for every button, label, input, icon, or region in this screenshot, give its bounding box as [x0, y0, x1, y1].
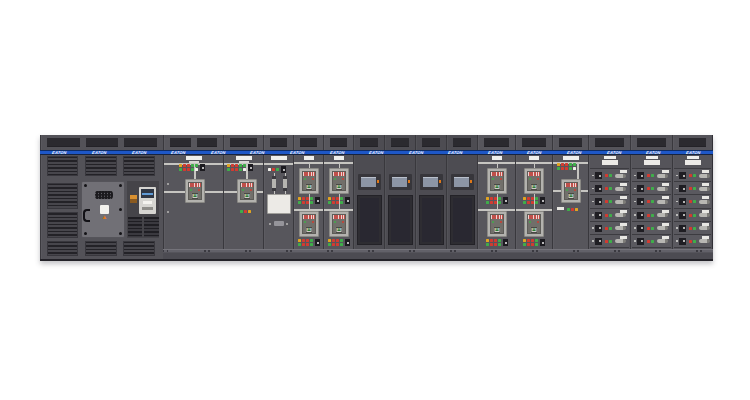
circuit-breaker: M: [561, 179, 581, 203]
control-switch: [200, 164, 205, 171]
status-led: [332, 197, 335, 200]
meter-screen: [141, 189, 154, 198]
status-led: [298, 201, 301, 204]
breaker-label: [491, 215, 503, 219]
unit-label: [662, 196, 669, 199]
unit-label: [702, 170, 709, 173]
unit-label: [620, 210, 627, 213]
vent-grille: [124, 138, 157, 147]
indicator-leds: [328, 239, 350, 246]
mimic-line: [224, 191, 237, 193]
unit-label: [702, 196, 709, 199]
vent-grille: [484, 138, 509, 147]
vent-grille: [422, 138, 440, 147]
meter-slot: [143, 201, 152, 204]
breaker-label: [303, 172, 315, 176]
breaker-emblem: M: [494, 184, 501, 190]
door-screw: [84, 232, 87, 235]
breaker-handle: [657, 226, 668, 230]
status-led: [239, 164, 242, 167]
breaker-emblem: M: [494, 227, 501, 233]
mcc-bucket-row: [632, 222, 671, 234]
status-led: [565, 163, 568, 166]
status-led: [243, 164, 246, 167]
nameplate: [685, 160, 701, 165]
brand-logo: EATON: [685, 151, 700, 155]
control-switch: [345, 239, 350, 246]
mcc-bucket-row: [674, 209, 711, 221]
status-led: [302, 243, 305, 246]
status-led: [336, 201, 339, 204]
power-led: [470, 180, 472, 183]
indicator-leds: [328, 197, 350, 204]
status-led: [231, 164, 234, 167]
plinth-base: [163, 252, 713, 259]
circuit-breaker: M: [185, 179, 205, 203]
power-led: [408, 180, 410, 183]
brand-logo: EATON: [290, 151, 305, 155]
mcc-bucket-row: [590, 222, 629, 234]
unit-switch: [679, 185, 686, 192]
unit-label: [557, 207, 564, 210]
vent-grille: [595, 138, 624, 147]
indicator-leds: [523, 197, 545, 204]
status-led: [523, 243, 526, 246]
status-led: [531, 239, 534, 242]
louver-panel: [47, 183, 78, 209]
circuit-breaker: M: [299, 211, 319, 237]
breaker-emblem: M: [192, 193, 199, 199]
circuit-breaker: M: [487, 211, 507, 237]
circuit-breaker: M: [329, 168, 349, 194]
breaker-label: [565, 183, 577, 187]
breaker-handle: [615, 174, 626, 178]
status-led: [340, 201, 343, 204]
indicator-leds: [523, 239, 545, 246]
unit-switch: [637, 225, 644, 232]
status-led: [302, 197, 305, 200]
mcc-bucket-row: [590, 209, 629, 221]
door-handle: [83, 209, 90, 222]
status-led: [336, 239, 339, 242]
circuit-breaker: M: [487, 168, 507, 194]
unit-label: [620, 223, 627, 226]
status-led: [328, 243, 331, 246]
indicator-leds: [268, 166, 286, 173]
power-meter: [139, 187, 156, 214]
breaker-handle: [615, 187, 626, 191]
status-led: [561, 167, 564, 170]
louver-panel: [47, 241, 78, 256]
status-led: [239, 168, 242, 171]
hmi-bezel: [451, 174, 474, 190]
mcc-bucket-row: [632, 195, 671, 207]
status-led: [340, 197, 343, 200]
drive-door: [419, 195, 444, 245]
ventilation-band: [41, 138, 163, 147]
status-led: [235, 164, 238, 167]
breaker-handle: [699, 187, 710, 191]
unit-label: [620, 170, 627, 173]
unit-label: [662, 210, 669, 213]
breaker-emblem: M: [568, 193, 575, 199]
status-led: [527, 243, 530, 246]
status-led: [310, 197, 313, 200]
unit-label: [662, 170, 669, 173]
mcc-bucket-stack: [590, 168, 629, 248]
nameplate: [646, 156, 658, 159]
mcc-bucket-row: [674, 235, 711, 247]
circuit-breaker: M: [524, 168, 544, 194]
status-led: [235, 168, 238, 171]
indicator-leds: [240, 210, 251, 213]
device-block: [274, 221, 284, 226]
breaker-label: [333, 215, 345, 219]
hmi-bezel: [420, 174, 443, 190]
status-led: [179, 164, 182, 167]
breaker-handle: [657, 213, 668, 217]
status-led: [523, 197, 526, 200]
door-screw: [119, 184, 122, 187]
status-led: [531, 243, 534, 246]
status-led: [565, 167, 568, 170]
status-led: [227, 168, 230, 171]
breaker-label: [491, 172, 503, 176]
vent-block: [128, 217, 142, 237]
status-led: [328, 197, 331, 200]
